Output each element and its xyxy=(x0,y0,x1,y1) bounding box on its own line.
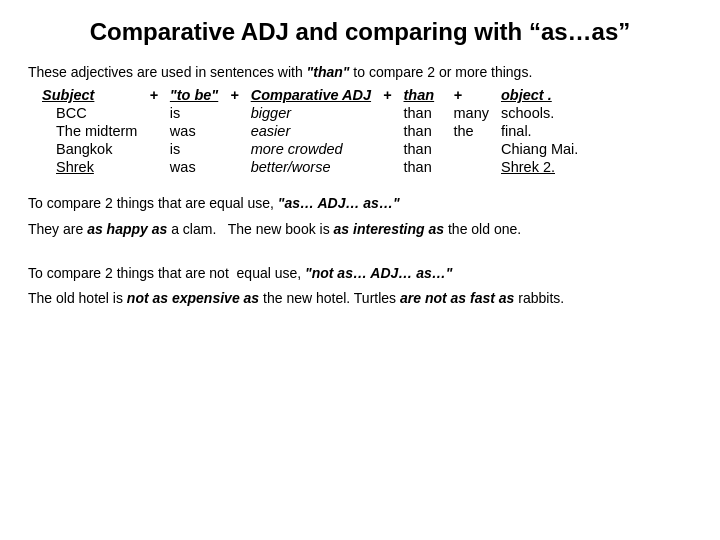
cell-plus3 xyxy=(379,158,399,176)
cell-obj: Chiang Mai. xyxy=(497,140,587,158)
header-plus2: + xyxy=(226,86,246,104)
equal-line2: They are as happy as a clam. The new boo… xyxy=(28,218,692,242)
notequal-quote: "not as… ADJ… as…" xyxy=(305,265,452,281)
intro-paragraph: These adjectives are used in sentences w… xyxy=(28,64,692,80)
header-obj: object . xyxy=(497,86,587,104)
cell-plus1 xyxy=(145,122,165,140)
page-title: Comparative ADJ and comparing with “as…a… xyxy=(28,18,692,46)
cell-plus2 xyxy=(226,140,246,158)
cell-tobe: was xyxy=(166,122,226,140)
cell-subject: Shrek xyxy=(38,158,145,176)
equal-line1: To compare 2 things that are equal use, … xyxy=(28,192,692,216)
header-plus4: + xyxy=(450,86,497,104)
header-plus1: + xyxy=(145,86,165,104)
equal-section: To compare 2 things that are equal use, … xyxy=(28,192,692,242)
cell-plus1 xyxy=(145,158,165,176)
notequal-example1: not as expensive as xyxy=(127,290,259,306)
cell-plus3 xyxy=(379,140,399,158)
cell-obj: Shrek 2. xyxy=(497,158,587,176)
equal-example1: as happy as xyxy=(87,221,167,237)
table-row: Shrek was better/worse than Shrek 2. xyxy=(38,158,587,176)
notequal-section: To compare 2 things that are not equal u… xyxy=(28,262,692,312)
cell-plus3 xyxy=(379,122,399,140)
cell-extra xyxy=(450,140,497,158)
cell-obj: final. xyxy=(497,122,587,140)
cell-adj: easier xyxy=(247,122,379,140)
cell-plus1 xyxy=(145,140,165,158)
cell-subject: The midterm xyxy=(38,122,145,140)
cell-than: than xyxy=(400,122,450,140)
table-row: The midterm was easier than the final. xyxy=(38,122,587,140)
cell-plus3 xyxy=(379,104,399,122)
cell-plus2 xyxy=(226,104,246,122)
cell-adj: bigger xyxy=(247,104,379,122)
cell-extra: many xyxy=(450,104,497,122)
notequal-line1: To compare 2 things that are not equal u… xyxy=(28,262,692,286)
cell-tobe: was xyxy=(166,158,226,176)
cell-extra: the xyxy=(450,122,497,140)
comparison-table: Subject + "to be" + Comparative ADJ + th… xyxy=(38,86,587,176)
cell-tobe: is xyxy=(166,140,226,158)
notequal-line2: The old hotel is not as expensive as the… xyxy=(28,287,692,311)
cell-plus2 xyxy=(226,158,246,176)
cell-obj: schools. xyxy=(497,104,587,122)
notequal-example2: are not as fast as xyxy=(400,290,514,306)
header-subject: Subject xyxy=(38,86,145,104)
cell-adj: more crowded xyxy=(247,140,379,158)
cell-subject: BCC xyxy=(38,104,145,122)
than-highlight: "than" xyxy=(307,64,350,80)
cell-than: than xyxy=(400,104,450,122)
cell-than: than xyxy=(400,140,450,158)
table-row: BCC is bigger than many schools. xyxy=(38,104,587,122)
equal-quote: "as… ADJ… as…" xyxy=(278,195,400,211)
header-tobe: "to be" xyxy=(166,86,226,104)
header-than: than xyxy=(400,86,450,104)
cell-tobe: is xyxy=(166,104,226,122)
header-plus3: + xyxy=(379,86,399,104)
cell-plus2 xyxy=(226,122,246,140)
cell-than: than xyxy=(400,158,450,176)
cell-plus1 xyxy=(145,104,165,122)
table-row: Bangkok is more crowded than Chiang Mai. xyxy=(38,140,587,158)
cell-extra xyxy=(450,158,497,176)
cell-subject: Bangkok xyxy=(38,140,145,158)
equal-example2: as interesting as xyxy=(334,221,445,237)
header-adj: Comparative ADJ xyxy=(247,86,379,104)
cell-adj: better/worse xyxy=(247,158,379,176)
